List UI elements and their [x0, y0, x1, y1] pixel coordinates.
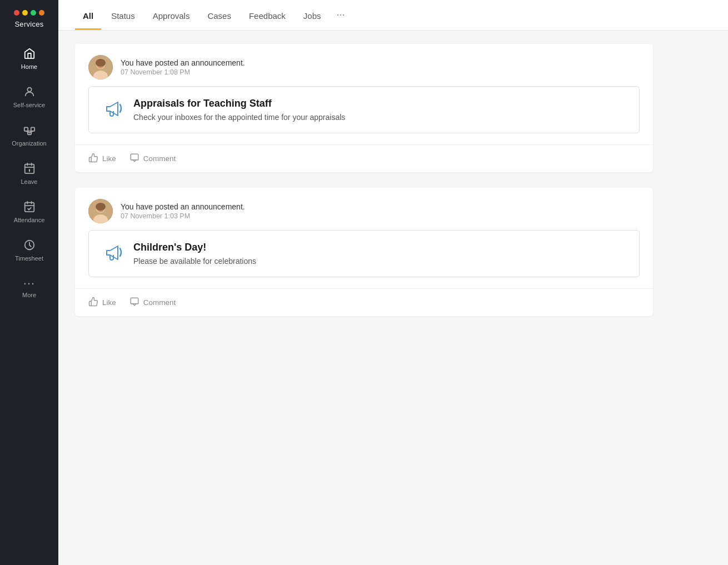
timesheet-icon — [23, 239, 36, 253]
dot-red — [14, 10, 19, 16]
like-label-1: Like — [102, 154, 116, 163]
sidebar-item-self-service[interactable]: Self-service — [0, 78, 58, 116]
megaphone-icon-1 — [102, 98, 123, 119]
announcement-box-1: Appraisals for Teaching Staff Check your… — [88, 86, 640, 133]
post-header-2: You have posted an announcement. 07 Nove… — [75, 188, 653, 230]
sidebar-logo: Services — [0, 0, 58, 34]
like-button-1[interactable]: Like — [88, 153, 116, 164]
dot-orange — [39, 10, 44, 16]
attendance-icon — [23, 201, 36, 214]
avatar-1 — [88, 55, 113, 79]
comment-label-2: Comment — [143, 298, 176, 307]
svg-rect-6 — [24, 164, 34, 174]
avatar-2 — [88, 199, 113, 223]
dot-green — [31, 10, 36, 16]
leave-icon — [23, 162, 36, 176]
svg-rect-1 — [24, 127, 27, 131]
post-meta-1: You have posted an announcement. 07 Nove… — [121, 58, 245, 76]
comment-label-1: Comment — [143, 154, 176, 163]
avatar-image-2 — [88, 199, 113, 223]
more-icon: ··· — [23, 277, 35, 289]
announcement-box-2: Children's Day! Please be available for … — [88, 230, 640, 277]
svg-rect-12 — [24, 203, 34, 212]
svg-point-21 — [96, 59, 106, 67]
post-action-text-2: You have posted an announcement. — [121, 202, 245, 211]
tab-status[interactable]: Status — [103, 2, 143, 30]
sidebar-item-organization[interactable]: Organization — [0, 116, 58, 154]
self-service-label: Self-service — [13, 102, 45, 108]
organization-icon — [23, 124, 36, 138]
home-icon — [23, 47, 36, 61]
svg-point-0 — [27, 88, 31, 92]
tabs-bar: All Status Approvals Cases Feedback Jobs… — [58, 0, 728, 31]
announcement-body-2: Please be available for celebrations — [133, 257, 256, 266]
logo-dots — [14, 10, 44, 16]
svg-rect-22 — [131, 154, 138, 160]
sidebar-item-attendance[interactable]: Attendance — [0, 193, 58, 231]
tab-approvals[interactable]: Approvals — [145, 2, 198, 30]
post-actions-2: Like Comment — [75, 288, 653, 316]
tab-all[interactable]: All — [75, 2, 101, 30]
like-button-2[interactable]: Like — [88, 297, 116, 308]
post-actions-1: Like Comment — [75, 144, 653, 172]
announcement-title-2: Children's Day! — [133, 242, 256, 253]
more-label: More — [22, 292, 36, 298]
sidebar-item-home[interactable]: Home — [0, 39, 58, 78]
feed: You have posted an announcement. 07 Nove… — [58, 31, 670, 345]
comment-button-1[interactable]: Comment — [129, 153, 176, 164]
tab-more[interactable]: ··· — [331, 0, 351, 30]
tab-jobs[interactable]: Jobs — [296, 2, 329, 30]
tab-cases[interactable]: Cases — [200, 2, 239, 30]
post-action-text-1: You have posted an announcement. — [121, 58, 245, 67]
sidebar: Services Home Self-service — [0, 0, 58, 565]
post-time-1: 07 November 1:08 PM — [121, 68, 245, 76]
announcement-content-1: Appraisals for Teaching Staff Check your… — [133, 98, 345, 122]
main-content: All Status Approvals Cases Feedback Jobs… — [58, 0, 728, 565]
sidebar-item-more[interactable]: ··· More — [0, 269, 58, 306]
like-icon-2 — [88, 297, 98, 308]
svg-point-11 — [29, 170, 29, 171]
home-label: Home — [21, 63, 37, 70]
svg-rect-28 — [131, 298, 138, 304]
tab-feedback[interactable]: Feedback — [241, 2, 293, 30]
announcement-body-1: Check your inboxes for the appointed tim… — [133, 113, 345, 122]
avatar-image-1 — [88, 55, 113, 79]
announcement-content-2: Children's Day! Please be available for … — [133, 242, 256, 266]
like-label-2: Like — [102, 298, 116, 307]
sidebar-nav: Home Self-service Organiz — [0, 39, 58, 565]
sidebar-item-timesheet[interactable]: Timesheet — [0, 231, 58, 269]
dot-yellow — [22, 10, 28, 16]
svg-point-27 — [96, 203, 106, 211]
svg-rect-2 — [31, 127, 34, 131]
sidebar-item-leave[interactable]: Leave — [0, 154, 58, 193]
timesheet-label: Timesheet — [15, 255, 43, 262]
post-header-1: You have posted an announcement. 07 Nove… — [75, 44, 653, 86]
announcement-title-1: Appraisals for Teaching Staff — [133, 98, 345, 109]
comment-icon-2 — [129, 297, 139, 308]
post-time-2: 07 November 1:03 PM — [121, 212, 245, 220]
organization-label: Organization — [12, 140, 46, 147]
post-meta-2: You have posted an announcement. 07 Nove… — [121, 202, 245, 220]
megaphone-icon-2 — [102, 242, 123, 263]
self-service-icon — [23, 86, 36, 99]
like-icon-1 — [88, 153, 98, 164]
post-card-1: You have posted an announcement. 07 Nove… — [75, 44, 653, 172]
attendance-label: Attendance — [14, 217, 45, 223]
leave-label: Leave — [21, 178, 38, 185]
post-card-2: You have posted an announcement. 07 Nove… — [75, 188, 653, 316]
sidebar-brand-label: Services — [14, 20, 43, 28]
comment-icon-1 — [129, 153, 139, 164]
comment-button-2[interactable]: Comment — [129, 297, 176, 308]
